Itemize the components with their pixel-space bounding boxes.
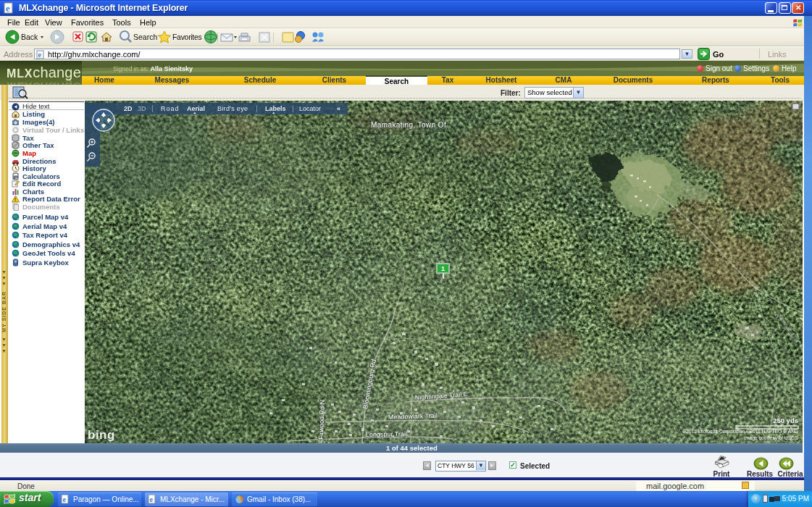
svg-text:Search: Search [133,33,157,41]
svg-text:2D: 2D [124,105,133,112]
svg-text:e: e [6,3,10,14]
svg-text:Firwood Rd N: Firwood Rd N [317,400,326,440]
svg-text:©2011 Microsoft Corporation: ©2011 Microsoft Corporation ©2011 NAVTEQ… [682,429,798,435]
svg-text:Image courtesy of USGS: Image courtesy of USGS [744,435,799,441]
svg-text:Locator: Locator [299,105,321,112]
svg-text:e: e [150,495,154,503]
svg-text:Back: Back [21,33,38,41]
svg-text:Aerial: Aerial [187,105,205,112]
svg-text:Labels: Labels [265,105,286,112]
svg-text:«: « [337,105,340,112]
svg-text:Favorites: Favorites [172,33,202,41]
svg-text:Road: Road [161,105,180,112]
svg-text:Bird's eye: Bird's eye [217,105,248,112]
svg-text:Mamakating, Town Of: Mamakating, Town Of [371,121,446,129]
svg-text:bing: bing [88,428,115,442]
svg-text:e: e [63,495,67,503]
svg-text:!: ! [14,197,16,202]
svg-text:™: ™ [114,429,118,433]
svg-text:1: 1 [441,265,445,272]
svg-text:Longspur Trail: Longspur Trail [366,430,407,438]
svg-text:3D: 3D [138,105,146,112]
svg-text:250 yds: 250 yds [773,416,798,424]
svg-text:e: e [38,51,42,59]
